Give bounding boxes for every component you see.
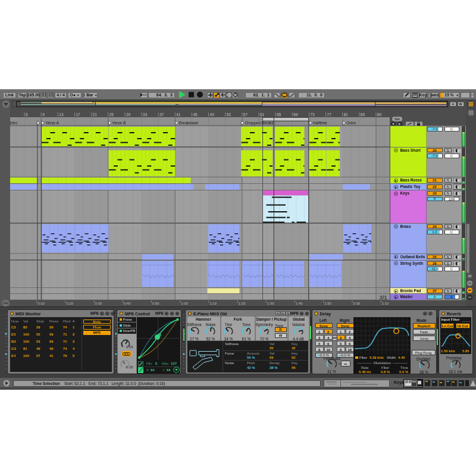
- svg-text:41: 41: [176, 112, 181, 117]
- svg-text:1:10: 1:10: [209, 302, 217, 305]
- svg-text:Verse A: Verse A: [46, 121, 60, 125]
- svg-text:1:50: 1:50: [324, 302, 331, 305]
- svg-text:33: 33: [143, 112, 148, 117]
- svg-text:0:10: 0:10: [37, 302, 45, 305]
- svg-text:57: 57: [243, 112, 248, 117]
- svg-text:89: 89: [377, 112, 382, 117]
- svg-text:13: 13: [59, 112, 64, 117]
- svg-text:1:30: 1:30: [267, 302, 274, 305]
- svg-text:0:30: 0:30: [95, 302, 102, 305]
- svg-text:1:00: 1:00: [181, 302, 188, 305]
- svg-text:73: 73: [310, 112, 315, 117]
- svg-text:37: 37: [159, 112, 164, 117]
- svg-text:45: 45: [193, 112, 198, 117]
- svg-text:2:00: 2:00: [353, 302, 360, 305]
- svg-text:49: 49: [210, 112, 215, 117]
- svg-text:65: 65: [277, 112, 281, 117]
- svg-text:Verse B: Verse B: [112, 121, 126, 125]
- svg-text:1:40: 1:40: [296, 302, 303, 305]
- svg-text:0:40: 0:40: [124, 302, 131, 305]
- svg-text:21: 21: [93, 112, 98, 117]
- svg-text:Chopped Breaks: Chopped Breaks: [245, 121, 274, 126]
- svg-text:Intro: Intro: [10, 121, 18, 125]
- svg-text:61: 61: [260, 112, 265, 117]
- svg-text:0:50: 0:50: [152, 302, 159, 305]
- svg-text:9: 9: [42, 112, 45, 117]
- svg-text:Outro: Outro: [346, 121, 356, 125]
- svg-text:1:20: 1:20: [239, 302, 246, 305]
- svg-text:85: 85: [361, 112, 365, 117]
- svg-text:Halftime: Halftime: [313, 121, 327, 125]
- svg-text:5: 5: [26, 112, 28, 117]
- svg-text:77: 77: [327, 112, 332, 117]
- svg-text:69: 69: [293, 112, 298, 117]
- svg-text:29: 29: [126, 112, 131, 117]
- svg-text:81: 81: [344, 112, 349, 117]
- svg-text:17: 17: [76, 112, 80, 117]
- svg-text:2:10: 2:10: [382, 302, 389, 305]
- svg-text:0:20: 0:20: [66, 302, 73, 305]
- svg-text:25: 25: [109, 112, 114, 117]
- svg-text:53: 53: [227, 112, 231, 117]
- svg-text:Breakdown: Breakdown: [179, 121, 199, 125]
- svg-text:2/1: 2/1: [380, 295, 387, 300]
